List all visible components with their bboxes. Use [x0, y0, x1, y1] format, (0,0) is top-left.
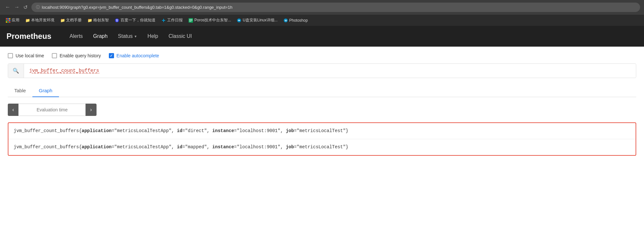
- label-key-job-1: job: [286, 128, 294, 133]
- folder-icon-1: 📁: [25, 18, 30, 23]
- svg-rect-4: [7, 20, 9, 21]
- bookmark-baidu[interactable]: 百 百度一下，你就知道: [112, 17, 158, 24]
- bookmark-apps-label: 应用: [12, 17, 19, 23]
- eval-time-input[interactable]: [18, 104, 86, 116]
- svg-rect-15: [189, 20, 192, 21]
- status-chevron-icon: ▼: [134, 35, 137, 38]
- label-key-app-2: application: [82, 144, 111, 150]
- use-local-time-checkbox[interactable]: [8, 53, 13, 58]
- bookmark-poros-label: Poros技术中台东智...: [194, 17, 231, 23]
- label-eq-2: ="metricsLocalTestApp",: [111, 144, 177, 150]
- eval-prev-button[interactable]: ‹: [8, 104, 18, 116]
- nav-alerts[interactable]: Alerts: [64, 31, 88, 42]
- svg-rect-2: [9, 18, 10, 19]
- nav-links: Alerts Graph Status ▼ Help Classic UI: [64, 31, 197, 42]
- label-key-app-1: application: [82, 128, 111, 133]
- label-eq-id-1: ="direct",: [182, 128, 212, 133]
- address-bar[interactable]: ⓘ localhost:9090/graph?g0.expr=jvm_buffe…: [31, 3, 640, 12]
- bookmark-usb-linux-label: U盘安装Linux详细...: [243, 17, 277, 23]
- back-button[interactable]: ←: [4, 3, 12, 11]
- svg-rect-6: [6, 21, 7, 23]
- eval-next-button[interactable]: ›: [86, 104, 96, 116]
- url-text: localhost:9090/graph?g0.expr=jvm_buffer_…: [42, 5, 233, 10]
- tabs-container: Table Graph: [8, 85, 636, 97]
- folder-icon-2: 📁: [60, 18, 65, 23]
- bookmark-photoshop-label: Photoshop: [289, 18, 308, 23]
- bookmark-baidu-label: 百度一下，你就知道: [121, 17, 155, 23]
- folder-icon-3: 📁: [87, 18, 92, 23]
- label-key-job-2: job: [286, 144, 294, 150]
- enable-query-history-checkbox[interactable]: [52, 53, 57, 58]
- bookmark-docs[interactable]: 📁 文档手册: [58, 17, 84, 24]
- refresh-button[interactable]: ↺: [22, 3, 29, 12]
- label-eq-job-2: ="metricsLocalTest"}: [294, 144, 348, 150]
- bookmark-usb-linux[interactable]: U盘安装Linux详细...: [234, 17, 280, 24]
- use-local-time-label[interactable]: Use local time: [8, 53, 44, 58]
- label-key-id-1: id: [177, 128, 182, 133]
- svg-rect-16: [189, 21, 191, 22]
- nav-help[interactable]: Help: [142, 31, 163, 42]
- bookmark-apps[interactable]: 应用: [3, 17, 22, 24]
- enable-autocomplete-label[interactable]: Enable autocomplete: [109, 53, 159, 58]
- browser-nav-buttons: ← → ↺: [4, 3, 29, 12]
- search-input[interactable]: [24, 64, 636, 77]
- svg-rect-5: [9, 20, 10, 21]
- nav-classic-ui[interactable]: Classic UI: [163, 31, 197, 42]
- enable-autocomplete-checkbox[interactable]: [109, 53, 114, 58]
- svg-text:百: 百: [116, 19, 118, 22]
- nav-status-label: Status: [118, 33, 132, 39]
- table-row: jvm_buffer_count_buffers{application="me…: [8, 139, 636, 155]
- info-icon: ⓘ: [36, 5, 40, 10]
- label-key-id-2: id: [177, 144, 182, 150]
- options-row: Use local time Enable query history Enab…: [8, 53, 636, 58]
- metric-name-2: jvm_buffer_count_buffers{: [14, 144, 82, 150]
- label-eq-1: ="metricsLocalTestApp",: [111, 128, 177, 133]
- label-eq-id-2: ="mapped",: [182, 144, 212, 150]
- grid-icon: [6, 18, 10, 23]
- svg-rect-3: [6, 20, 7, 21]
- forward-button[interactable]: →: [13, 3, 21, 11]
- eval-time-row: ‹ ›: [8, 104, 636, 116]
- svg-rect-1: [7, 18, 9, 19]
- use-local-time-text: Use local time: [16, 53, 44, 58]
- enable-autocomplete-text: Enable autocomplete: [117, 53, 159, 58]
- svg-rect-8: [9, 21, 10, 23]
- label-eq-instance-1: ="localhost:9001",: [234, 128, 286, 133]
- bookmark-docs-label: 文档手册: [66, 17, 82, 23]
- cross-icon: [161, 18, 166, 23]
- main-content: Use local time Enable query history Enab…: [0, 47, 644, 241]
- baidu-icon: 百: [115, 18, 119, 23]
- bookmark-gechuang-label: 格创东智: [93, 17, 109, 23]
- search-icon-container: 🔍: [8, 64, 24, 78]
- search-bar: 🔍: [8, 63, 636, 78]
- bookmark-work-log-label: 工作日报: [167, 17, 183, 23]
- table-row: jvm_buffer_count_buffers{application="me…: [8, 123, 636, 139]
- label-key-instance-1: instance: [212, 128, 234, 133]
- enable-query-history-text: Enable query history: [60, 53, 101, 58]
- search-icon: 🔍: [13, 68, 19, 74]
- bookmark-gechuang[interactable]: 📁 格创东智: [85, 17, 111, 24]
- bookmark-photoshop[interactable]: W Photoshop: [281, 17, 310, 24]
- bookmarks-bar: 应用 📁 本地开发环境 📁 文档手册 📁 格创东智 百 百度一下，你就知道: [0, 14, 644, 26]
- tab-graph[interactable]: Graph: [32, 85, 59, 97]
- prometheus-logo: Prometheus: [6, 32, 52, 41]
- metric-name-1: jvm_buffer_count_buffers{: [14, 128, 82, 133]
- bookmark-work-log[interactable]: 工作日报: [159, 17, 185, 24]
- bookmark-local-dev[interactable]: 📁 本地开发环境: [23, 17, 57, 24]
- label-eq-instance-2: ="localhost:9001",: [234, 144, 286, 150]
- svg-rect-7: [7, 21, 9, 23]
- svg-rect-0: [6, 18, 7, 19]
- bookmark-poros[interactable]: Poros技术中台东智...: [186, 17, 234, 24]
- wp-icon-2: W: [283, 18, 288, 23]
- nav-graph[interactable]: Graph: [88, 31, 113, 42]
- results-table: jvm_buffer_count_buffers{application="me…: [8, 122, 636, 156]
- tab-table[interactable]: Table: [8, 85, 32, 97]
- prometheus-nav: Prometheus Alerts Graph Status ▼ Help Cl…: [0, 26, 644, 47]
- browser-chrome: ← → ↺ ⓘ localhost:9090/graph?g0.expr=jvm…: [0, 0, 644, 26]
- nav-status-dropdown[interactable]: Status ▼: [113, 31, 142, 42]
- enable-query-history-label[interactable]: Enable query history: [52, 53, 101, 58]
- svg-rect-14: [189, 19, 192, 20]
- label-key-instance-2: instance: [212, 144, 234, 150]
- bookmark-local-dev-label: 本地开发环境: [31, 17, 54, 23]
- label-eq-job-1: ="metricsLocalTest"}: [294, 128, 348, 133]
